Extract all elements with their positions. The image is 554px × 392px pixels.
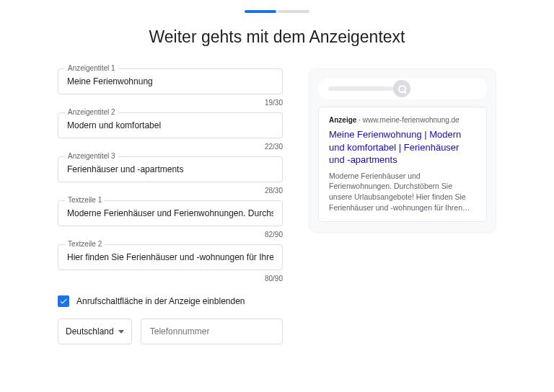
desc2-input[interactable] <box>58 244 283 270</box>
headline2-counter: 22/30 <box>58 143 283 151</box>
ad-headline: Meine Ferienwohnung | Modern und komfort… <box>329 128 476 166</box>
ad-display-url: www.meine-ferienwohnung.de <box>363 116 460 124</box>
ad-badge: Anzeige <box>329 116 356 124</box>
search-button <box>393 80 410 97</box>
progress-segment-inactive <box>278 10 309 13</box>
desc1-input[interactable] <box>58 200 283 226</box>
phone-input[interactable] <box>141 318 283 344</box>
progress-bar <box>0 0 554 13</box>
search-icon <box>398 85 406 93</box>
search-placeholder-bar <box>328 86 393 91</box>
country-select[interactable]: Deutschland <box>58 318 132 344</box>
form-column: Anzeigentitel 1 19/30 Anzeigentitel 2 22… <box>58 68 283 344</box>
desc1-counter: 82/90 <box>58 231 283 239</box>
call-button-checkbox[interactable] <box>58 295 69 307</box>
headline3-input[interactable] <box>58 156 283 182</box>
headline3-label: Anzeigentitel 3 <box>65 152 118 160</box>
headline2-input[interactable] <box>58 112 283 138</box>
chevron-down-icon <box>118 330 124 334</box>
headline2-label: Anzeigentitel 2 <box>65 108 118 116</box>
checkmark-icon <box>59 297 68 306</box>
country-select-value: Deutschland <box>66 326 114 337</box>
ad-description: Moderne Ferienhäuser und Ferienwohnungen… <box>329 171 476 213</box>
headline3-counter: 28/30 <box>58 187 283 195</box>
headline1-counter: 19/30 <box>58 99 283 107</box>
page-title: Weiter gehts mit dem Anzeigentext <box>0 27 554 47</box>
preview-search-bar <box>318 78 487 99</box>
desc2-counter: 80/90 <box>58 275 283 282</box>
ad-preview-box: Anzeige · www.meine-ferienwohnung.de Mei… <box>318 107 487 222</box>
headline1-label: Anzeigentitel 1 <box>65 64 118 72</box>
progress-segment-active <box>245 10 276 13</box>
ad-preview-card: Anzeige · www.meine-ferienwohnung.de Mei… <box>309 68 496 233</box>
desc1-label: Textzeile 1 <box>65 196 105 204</box>
ad-url-line: Anzeige · www.meine-ferienwohnung.de <box>329 116 476 124</box>
call-button-checkbox-label: Anrufschaltfläche in der Anzeige einblen… <box>76 296 245 306</box>
desc2-label: Textzeile 2 <box>65 240 105 248</box>
headline1-input[interactable] <box>58 68 283 94</box>
